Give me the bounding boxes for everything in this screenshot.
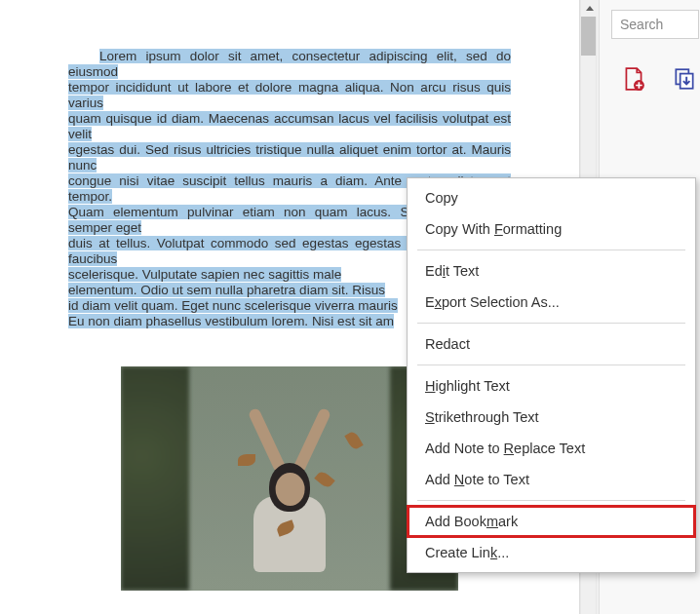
menu-copy-with-formatting[interactable]: Copy With Formatting (408, 213, 695, 245)
context-menu: Copy Copy With Formatting Edit Text Expo… (407, 177, 696, 573)
menu-copy[interactable]: Copy (408, 182, 695, 213)
menu-edit-text[interactable]: Edit Text (408, 255, 695, 287)
menu-create-link[interactable]: Create Link... (408, 537, 695, 568)
scroll-up-button[interactable] (581, 0, 598, 17)
menu-add-bookmark[interactable]: Add Bookmark (408, 506, 695, 537)
menu-separator (417, 323, 685, 324)
scrollbar-thumb[interactable] (581, 17, 596, 56)
menu-add-note-to-text[interactable]: Add Note to Text (408, 464, 695, 495)
menu-separator (417, 249, 685, 250)
menu-highlight-text[interactable]: Highlight Text (408, 370, 695, 402)
menu-separator (417, 365, 685, 365)
create-pdf-icon[interactable] (621, 66, 646, 92)
search-placeholder: Search (620, 17, 663, 32)
menu-separator (417, 500, 685, 501)
menu-strikethrough-text[interactable]: Strikethrough Text (408, 402, 695, 433)
menu-export-selection[interactable]: Export Selection As... (408, 287, 695, 318)
search-input[interactable]: Search (611, 10, 699, 39)
menu-add-note-to-replace-text[interactable]: Add Note to Replace Text (408, 433, 695, 464)
export-pdf-icon[interactable] (672, 66, 697, 92)
menu-redact[interactable]: Redact (408, 328, 695, 360)
